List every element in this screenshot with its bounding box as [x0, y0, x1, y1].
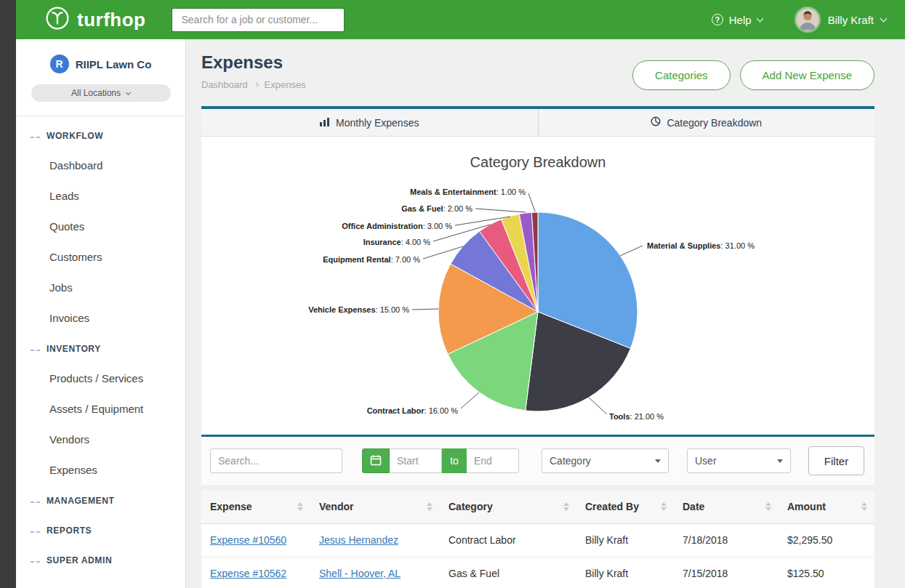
- sidebar-item-products-services[interactable]: Products / Services: [16, 363, 185, 394]
- sidebar-item-invoices[interactable]: Invoices: [16, 303, 185, 334]
- sidebar-item-vendors[interactable]: Vendors: [16, 424, 185, 455]
- chevron-down-icon: [126, 89, 131, 94]
- tree-branch-icon: [31, 344, 40, 354]
- company-logo: R: [50, 55, 69, 73]
- expense-table: ExpenseVendorCategoryCreated ByDateAmoun…: [201, 491, 874, 588]
- sidebar-item-leads[interactable]: Leads: [16, 181, 185, 212]
- topbar: turfhop ? Help Billy Kraft: [16, 0, 905, 39]
- pie-callout-line-meals-entertainment: [528, 193, 535, 212]
- expense-link[interactable]: Expense #10560: [210, 534, 286, 546]
- tree-branch-icon: [31, 555, 40, 565]
- vendor-link[interactable]: Jesus Hernandez: [319, 534, 398, 546]
- table-row: Expense #10562Shell - Hoover, ALGas & Fu…: [201, 557, 874, 588]
- table-row: Expense #10560Jesus HernandezContract La…: [201, 523, 874, 557]
- help-menu[interactable]: ? Help: [712, 14, 763, 26]
- sidebar-item-jobs[interactable]: Jobs: [16, 273, 185, 303]
- sort-icon[interactable]: [427, 502, 433, 511]
- sidebar-item-assets-equipment[interactable]: Assets / Equipment: [16, 394, 185, 424]
- sidebar: R RIIPL Lawn Co All Locations WORKFLOWDa…: [16, 39, 186, 588]
- tab-label: Category Breakdown: [667, 117, 762, 129]
- category-dropdown[interactable]: Category: [542, 448, 669, 473]
- categories-button[interactable]: Categories: [632, 60, 731, 90]
- pie-svg: [201, 174, 874, 428]
- pie-callout-line-material-supplies: [620, 246, 643, 256]
- column-header-label: Date: [683, 501, 704, 512]
- sidebar-item-quotes[interactable]: Quotes: [16, 212, 185, 242]
- chart-title: Category Breakdown: [201, 137, 874, 171]
- cell-expense: Expense #10562: [201, 557, 310, 588]
- filters-bar: to Category User Filter: [201, 437, 874, 485]
- user-dropdown-value: User: [695, 455, 717, 467]
- user-name[interactable]: Billy Kraft: [828, 14, 874, 26]
- sort-icon[interactable]: [563, 502, 569, 511]
- pie-label-meals-entertainment: Meals & Entertainment: 1.00 %: [410, 186, 526, 198]
- cell-category: Gas & Fuel: [440, 557, 576, 588]
- cell-created-by: Billy Kraft: [576, 523, 674, 557]
- chevron-down-icon[interactable]: [880, 15, 888, 22]
- column-header-label: Vendor: [319, 501, 353, 512]
- column-header-expense[interactable]: Expense: [201, 491, 310, 523]
- sidebar-item-expenses[interactable]: Expenses: [16, 455, 185, 486]
- cell-vendor: Shell - Hoover, AL: [310, 557, 440, 588]
- pie-callout-line-tools: [589, 398, 607, 414]
- expense-link[interactable]: Expense #10562: [210, 568, 286, 579]
- column-header-label: Amount: [787, 501, 826, 512]
- left-dark-rail: [0, 0, 16, 588]
- sort-icon[interactable]: [765, 502, 771, 511]
- sort-icon[interactable]: [861, 502, 867, 511]
- sidebar-section-management[interactable]: MANAGEMENT: [16, 486, 185, 515]
- breadcrumb-link-dashboard[interactable]: Dashboard: [201, 79, 248, 90]
- pie-callout-line-contract-labor: [461, 392, 479, 408]
- calendar-button[interactable]: [362, 448, 390, 473]
- sidebar-section-inventory[interactable]: INVENTORY: [16, 334, 185, 363]
- date-end-input[interactable]: [467, 448, 519, 473]
- sidebar-section-reports[interactable]: REPORTS: [16, 515, 185, 545]
- cell-amount: $125.50: [779, 557, 874, 588]
- sidebar-divider: [16, 116, 185, 116]
- company-row: R RIIPL Lawn Co: [16, 39, 185, 73]
- brand-logo[interactable]: turfhop: [45, 6, 145, 33]
- tab-monthly-expenses[interactable]: Monthly Expenses: [201, 109, 538, 136]
- locations-selector[interactable]: All Locations: [31, 84, 171, 102]
- chevron-down-icon: [756, 15, 763, 22]
- tree-branch-icon: [31, 131, 40, 141]
- cell-date: 7/18/2018: [674, 523, 779, 557]
- sidebar-section-super-admin[interactable]: SUPER ADMIN: [16, 545, 185, 575]
- sidebar-section-workflow[interactable]: WORKFLOW: [16, 121, 185, 150]
- pie-chart: Material & Supplies: 31.00 %Tools: 21.00…: [201, 174, 874, 428]
- breadcrumb-separator-icon: [254, 82, 259, 87]
- breadcrumb-current: Expenses: [265, 79, 306, 90]
- column-header-date[interactable]: Date: [674, 491, 779, 523]
- tree-branch-icon: [31, 525, 40, 536]
- vendor-link[interactable]: Shell - Hoover, AL: [319, 568, 401, 579]
- column-header-category[interactable]: Category: [440, 491, 576, 523]
- cell-category: Contract Labor: [440, 523, 576, 557]
- column-header-created-by[interactable]: Created By: [576, 491, 674, 523]
- column-header-label: Expense: [210, 501, 252, 512]
- add-new-expense-button[interactable]: Add New Expense: [740, 60, 874, 90]
- sidebar-section-label: WORKFLOW: [47, 131, 103, 141]
- sort-icon[interactable]: [661, 502, 667, 511]
- global-search-input[interactable]: [172, 8, 345, 32]
- chart-tabs: Monthly Expenses Category Breakdown: [201, 106, 874, 137]
- pie-label-insurance: Insurance: 4.00 %: [363, 236, 430, 248]
- column-header-vendor[interactable]: Vendor: [310, 491, 440, 523]
- pie-chart-icon: [651, 116, 661, 129]
- main-content: Expenses Dashboard Expenses Categories A…: [186, 39, 905, 588]
- sidebar-item-customers[interactable]: Customers: [16, 242, 185, 273]
- help-icon: ?: [712, 14, 723, 25]
- date-start-input[interactable]: [390, 448, 442, 473]
- sort-icon[interactable]: [297, 502, 303, 511]
- filter-button[interactable]: Filter: [808, 446, 864, 475]
- pie-label-vehicle-expenses: Vehicle Expenses: 15.00 %: [308, 304, 409, 315]
- sidebar-section-label: REPORTS: [47, 525, 92, 536]
- user-dropdown[interactable]: User: [687, 448, 791, 473]
- tab-category-breakdown[interactable]: Category Breakdown: [538, 109, 875, 136]
- table-search-input[interactable]: [210, 448, 342, 473]
- column-header-amount[interactable]: Amount: [779, 491, 874, 523]
- table-header-row: ExpenseVendorCategoryCreated ByDateAmoun…: [201, 491, 874, 523]
- sidebar-item-dashboard[interactable]: Dashboard: [16, 150, 185, 181]
- dropdown-arrow-icon: [777, 459, 783, 463]
- user-avatar[interactable]: [795, 7, 821, 33]
- turfhop-logo-icon: [45, 6, 70, 33]
